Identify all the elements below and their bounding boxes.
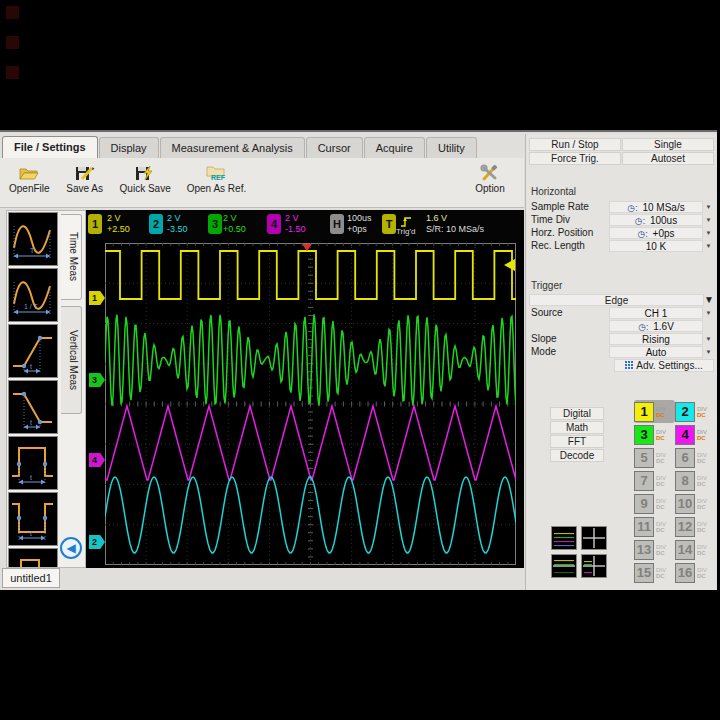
tab-cursor[interactable]: Cursor bbox=[306, 137, 363, 158]
menu-tabbar: File / SettingsDisplayMeasurement & Anal… bbox=[2, 136, 478, 158]
tools-icon bbox=[471, 164, 509, 182]
meas-neg-width-button[interactable]: t bbox=[8, 492, 58, 546]
sidebar-tab-vertical-meas[interactable]: Vertical Meas bbox=[61, 306, 82, 414]
channel-4-position-marker[interactable]: 4 bbox=[89, 453, 105, 467]
channel-8-button[interactable]: 8 bbox=[675, 471, 695, 491]
channel-6-button[interactable]: 6 bbox=[675, 448, 695, 468]
save-as-button[interactable]: Save As bbox=[63, 162, 107, 196]
openfile-button[interactable]: OpenFile bbox=[6, 162, 53, 196]
decode-button[interactable]: Decode bbox=[550, 449, 604, 462]
channel-10-button[interactable]: 10 bbox=[675, 494, 695, 514]
channel-cell-3: 3DIVDC bbox=[634, 423, 675, 446]
chevron-down-icon: ▼ bbox=[703, 243, 714, 249]
channel-badge-2[interactable]: 2 bbox=[149, 214, 163, 234]
single-button[interactable]: Single bbox=[622, 138, 714, 151]
channel-badge-H[interactable]: H bbox=[330, 214, 344, 234]
channel-5-button[interactable]: 5 bbox=[634, 448, 654, 468]
grid-icon bbox=[625, 360, 633, 371]
channel-15-meta: DIVDC bbox=[656, 567, 666, 579]
svg-text:t: t bbox=[30, 419, 32, 426]
horizontal-value-sample-rate[interactable]: ◷: 10 MSa/s bbox=[609, 201, 703, 213]
trigger-value-source[interactable]: CH 1 bbox=[609, 307, 703, 319]
horizontal-value-horz-position[interactable]: ◷: +0ps bbox=[609, 227, 703, 239]
channel-3-meta: DIVDC bbox=[656, 429, 666, 441]
tab-utility[interactable]: Utility bbox=[426, 137, 477, 158]
channel-2-button[interactable]: 2 bbox=[675, 402, 695, 422]
run-stop-button[interactable]: Run / Stop bbox=[529, 138, 621, 151]
chevron-down-icon: ▼ bbox=[703, 204, 714, 210]
channel-14-button[interactable]: 14 bbox=[675, 540, 695, 560]
channel-badge-3[interactable]: 3 bbox=[208, 214, 222, 234]
tab-measurement-analysis[interactable]: Measurement & Analysis bbox=[160, 137, 305, 158]
channel-cell-4: 4DIVDC bbox=[675, 423, 716, 446]
meas-rise-time-button[interactable]: t bbox=[8, 324, 58, 378]
channel-12-button[interactable]: 12 bbox=[675, 517, 695, 537]
layout-thumb-dual-split-traces[interactable] bbox=[551, 554, 577, 578]
math-button[interactable]: Math bbox=[550, 421, 604, 434]
meas-duty-cycle-button[interactable] bbox=[8, 548, 58, 568]
channel-16-button[interactable]: 16 bbox=[675, 563, 695, 583]
meas-fall-time-button[interactable]: t bbox=[8, 380, 58, 434]
channel-4-button[interactable]: 4 bbox=[675, 425, 695, 445]
channel-1-position-marker[interactable]: 1 bbox=[89, 291, 105, 305]
layout-thumb-quad-grid[interactable] bbox=[581, 526, 607, 550]
clock-icon: ◷: bbox=[638, 322, 648, 332]
channel-7-button[interactable]: 7 bbox=[634, 471, 654, 491]
quick-save-label: Quick Save bbox=[120, 183, 171, 194]
document-tab[interactable]: untitled1 bbox=[2, 568, 60, 588]
trigger-value-slope[interactable]: Rising bbox=[609, 333, 703, 345]
meas-frequency-button[interactable]: 1 / T bbox=[8, 268, 58, 322]
layout-thumb-quad-grid-traces[interactable] bbox=[581, 554, 607, 578]
channel-3-button[interactable]: 3 bbox=[634, 425, 654, 445]
horizontal-value-rec-length[interactable]: 10 K bbox=[609, 240, 703, 252]
option-label: Option bbox=[471, 183, 509, 194]
autoset-button[interactable]: Autoset bbox=[622, 152, 714, 165]
channel-11-button[interactable]: 11 bbox=[634, 517, 654, 537]
option-button[interactable]: Option bbox=[468, 162, 512, 196]
dark-red-marker bbox=[6, 6, 19, 19]
channel-15-button[interactable]: 15 bbox=[634, 563, 654, 583]
quick-save-button[interactable]: Quick Save bbox=[117, 162, 174, 196]
meas-period-button[interactable]: T bbox=[8, 212, 58, 266]
channel-9-button[interactable]: 9 bbox=[634, 494, 654, 514]
channel-badge-T[interactable]: T bbox=[382, 214, 396, 234]
channel-cell-6: 6DIVDC bbox=[675, 446, 716, 469]
channel-12-meta: DIVDC bbox=[697, 521, 707, 533]
channel-13-button[interactable]: 13 bbox=[634, 540, 654, 560]
trigger-type-value[interactable]: Edge bbox=[529, 294, 704, 306]
channel-1-button[interactable]: 1 bbox=[634, 402, 654, 422]
digital-button[interactable]: Digital bbox=[550, 407, 604, 420]
sidebar-tab-time-meas[interactable]: Time Meas bbox=[61, 214, 82, 300]
force-trig-button[interactable]: Force Trig. bbox=[529, 152, 621, 165]
horizontal-value-time-div[interactable]: ◷: 100us bbox=[609, 214, 703, 226]
horizontal-label: Horz. Position bbox=[529, 227, 609, 238]
layout-thumb-single-pane-traces[interactable] bbox=[551, 526, 577, 550]
trigger-row-1-6v: ◷: 1.6V bbox=[529, 319, 714, 332]
channel-cell-2: 2DIVDC bbox=[675, 400, 716, 423]
tab-acquire[interactable]: Acquire bbox=[364, 137, 425, 158]
channel-7-meta: DIVDC bbox=[656, 475, 666, 487]
horizontal-label: Sample Rate bbox=[529, 201, 609, 212]
save-as-label: Save As bbox=[66, 183, 104, 194]
collapse-sidebar-button[interactable]: ◀ bbox=[60, 537, 82, 559]
trigger-type-select[interactable]: Edge ▼ bbox=[529, 293, 714, 306]
channel-2-meta: DIVDC bbox=[697, 406, 707, 418]
channel-badge-1[interactable]: 1 bbox=[88, 214, 102, 234]
channel-2-position-marker[interactable]: 2 bbox=[89, 535, 105, 549]
tab-display[interactable]: Display bbox=[99, 137, 159, 158]
toolbar: OpenFileSave AsQuick SaveREFOpen As Ref.… bbox=[0, 158, 524, 208]
horizontal-label: Time Div bbox=[529, 214, 609, 225]
meas-pos-width-button[interactable]: t bbox=[8, 436, 58, 490]
channel-cell-15: 15DIVDC bbox=[634, 561, 675, 584]
adv-settings-button[interactable]: Adv. Settings... bbox=[614, 359, 714, 372]
open-as-ref-button[interactable]: REFOpen As Ref. bbox=[184, 162, 249, 196]
tab-file-settings[interactable]: File / Settings bbox=[2, 136, 98, 158]
channel-10-meta: DIVDC bbox=[697, 498, 707, 510]
channel-row: 3DIVDC4DIVDC bbox=[634, 423, 716, 446]
trigger-value-1-6v[interactable]: ◷: 1.6V bbox=[609, 320, 703, 332]
channel-3-position-marker[interactable]: 3 bbox=[89, 373, 105, 387]
fft-button[interactable]: FFT bbox=[550, 435, 604, 448]
trigger-status: Trig'd bbox=[396, 226, 415, 237]
trigger-value-mode[interactable]: Auto bbox=[609, 346, 703, 358]
channel-badge-4[interactable]: 4 bbox=[267, 214, 281, 234]
